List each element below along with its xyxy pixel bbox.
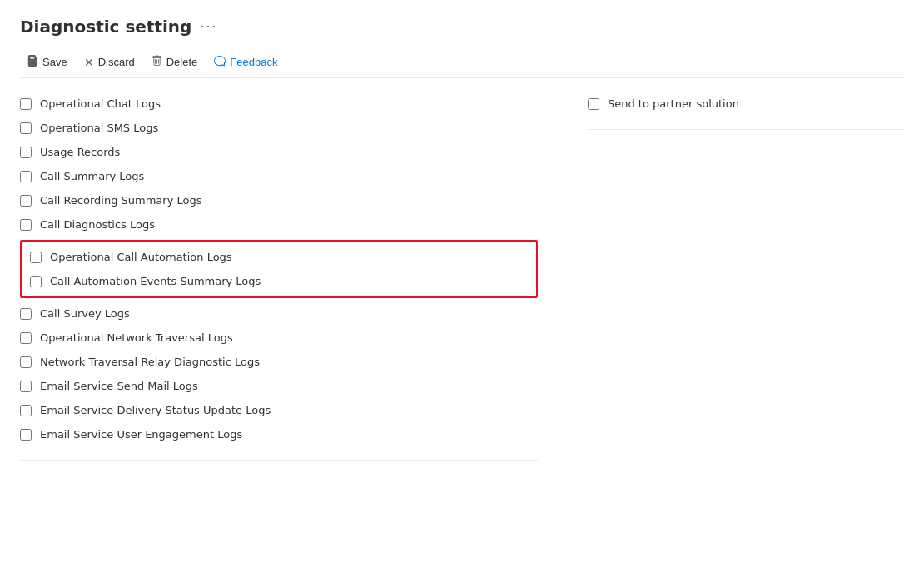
- list-item: Usage Records: [20, 140, 538, 164]
- list-item: Call Diagnostics Logs: [20, 212, 538, 237]
- email-service-delivery-status-update-logs-label[interactable]: Email Service Delivery Status Update Log…: [40, 404, 271, 416]
- left-panel: Operational Chat Logs Operational SMS Lo…: [20, 92, 571, 461]
- right-bottom-divider: [588, 129, 904, 130]
- operational-network-traversal-logs-label[interactable]: Operational Network Traversal Logs: [40, 331, 233, 344]
- feedback-label: Feedback: [230, 56, 277, 68]
- call-diagnostics-logs-checkbox[interactable]: [20, 219, 32, 231]
- send-to-partner-label[interactable]: Send to partner solution: [608, 97, 739, 110]
- operational-chat-logs-label[interactable]: Operational Chat Logs: [40, 97, 161, 110]
- list-item: Call Survey Logs: [20, 301, 538, 326]
- call-automation-events-summary-logs-checkbox[interactable]: [30, 276, 42, 287]
- operational-call-automation-logs-label[interactable]: Operational Call Automation Logs: [50, 251, 232, 263]
- usage-records-checkbox[interactable]: [20, 147, 32, 158]
- feedback-icon: [214, 55, 226, 69]
- usage-records-label[interactable]: Usage Records: [40, 146, 120, 158]
- list-item: Network Traversal Relay Diagnostic Logs: [20, 350, 538, 374]
- email-service-delivery-status-update-logs-checkbox[interactable]: [20, 405, 32, 416]
- call-automation-events-summary-logs-label[interactable]: Call Automation Events Summary Logs: [50, 275, 261, 287]
- list-item: Email Service User Engagement Logs: [20, 422, 538, 446]
- email-service-send-mail-logs-label[interactable]: Email Service Send Mail Logs: [40, 380, 198, 392]
- network-traversal-relay-diagnostic-logs-label[interactable]: Network Traversal Relay Diagnostic Logs: [40, 356, 260, 368]
- content-area: Operational Chat Logs Operational SMS Lo…: [20, 92, 904, 461]
- call-diagnostics-logs-label[interactable]: Call Diagnostics Logs: [40, 218, 155, 231]
- call-summary-logs-label[interactable]: Call Summary Logs: [40, 170, 144, 182]
- more-options-icon[interactable]: ···: [200, 19, 217, 35]
- page-title: Diagnostic setting: [20, 17, 191, 37]
- list-item: Operational SMS Logs: [20, 116, 538, 140]
- operational-network-traversal-logs-checkbox[interactable]: [20, 332, 32, 344]
- save-label: Save: [42, 56, 67, 68]
- operational-sms-logs-checkbox[interactable]: [20, 122, 32, 134]
- discard-button[interactable]: ✕ Discard: [77, 52, 142, 72]
- operational-chat-logs-checkbox[interactable]: [20, 98, 32, 110]
- list-item: Call Summary Logs: [20, 164, 538, 188]
- email-service-user-engagement-logs-checkbox[interactable]: [20, 429, 32, 441]
- call-survey-logs-checkbox[interactable]: [20, 308, 32, 320]
- delete-button[interactable]: Delete: [145, 52, 205, 72]
- list-item: Operational Network Traversal Logs: [20, 326, 538, 350]
- feedback-button[interactable]: Feedback: [207, 52, 284, 72]
- toolbar: Save ✕ Discard Delete Feedback: [20, 47, 904, 78]
- email-service-send-mail-logs-checkbox[interactable]: [20, 381, 32, 392]
- list-item: Call Automation Events Summary Logs: [22, 269, 536, 293]
- network-traversal-relay-diagnostic-logs-checkbox[interactable]: [20, 356, 32, 368]
- list-item: Operational Chat Logs: [20, 92, 538, 116]
- delete-icon: [152, 55, 162, 69]
- discard-label: Discard: [98, 56, 135, 68]
- delete-label: Delete: [166, 56, 198, 68]
- list-item: Email Service Delivery Status Update Log…: [20, 398, 538, 422]
- right-panel: Send to partner solution: [571, 92, 904, 461]
- save-button[interactable]: Save: [20, 52, 74, 72]
- bottom-divider: [20, 460, 538, 461]
- call-recording-summary-logs-checkbox[interactable]: [20, 195, 32, 207]
- send-to-partner-row: Send to partner solution: [588, 92, 904, 116]
- send-to-partner-checkbox[interactable]: [588, 98, 599, 110]
- save-icon: [27, 55, 38, 69]
- call-survey-logs-label[interactable]: Call Survey Logs: [40, 307, 130, 320]
- email-service-user-engagement-logs-label[interactable]: Email Service User Engagement Logs: [40, 428, 242, 441]
- list-item: Operational Call Automation Logs: [22, 245, 536, 269]
- operational-call-automation-logs-checkbox[interactable]: [30, 252, 42, 263]
- list-item: Call Recording Summary Logs: [20, 188, 538, 212]
- list-item: Email Service Send Mail Logs: [20, 374, 538, 398]
- operational-sms-logs-label[interactable]: Operational SMS Logs: [40, 122, 158, 134]
- highlighted-section: Operational Call Automation Logs Call Au…: [20, 240, 538, 298]
- call-summary-logs-checkbox[interactable]: [20, 171, 32, 182]
- call-recording-summary-logs-label[interactable]: Call Recording Summary Logs: [40, 194, 202, 207]
- discard-icon: ✕: [84, 56, 94, 69]
